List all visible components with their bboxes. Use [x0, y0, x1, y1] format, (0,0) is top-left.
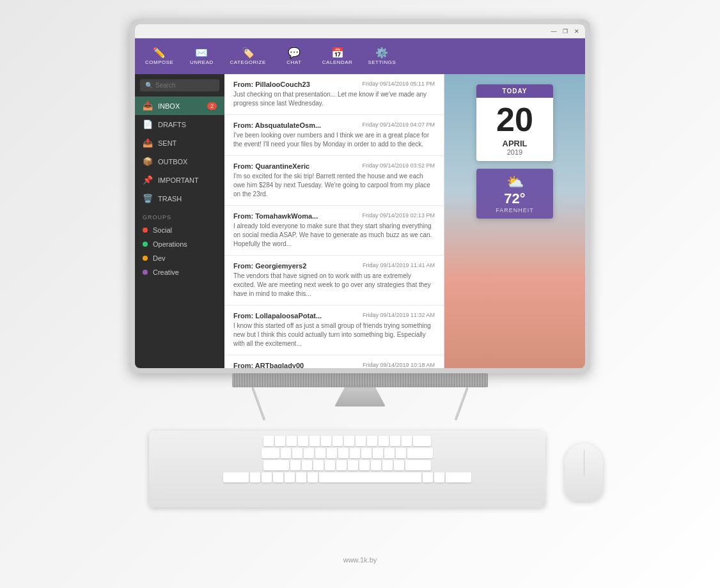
email-item-4[interactable]: From: Georgiemyers2 Friday 09/14/2019 11…	[224, 256, 444, 306]
sidebar-item-trash[interactable]: 🗑️ TRASH	[135, 189, 224, 208]
keyboard-row-3	[154, 460, 540, 470]
sent-icon: 📤	[143, 138, 153, 148]
kb-key	[336, 460, 347, 470]
keyboard-row-2	[154, 448, 540, 458]
kb-key	[327, 448, 337, 458]
important-label: IMPORTANT	[158, 176, 199, 184]
monitor-screen: — ❐ ✕ ✏️ COMPOSE ✉️ UNREAD 🏷️	[135, 24, 585, 368]
kb-key	[361, 448, 372, 458]
kb-key	[382, 460, 393, 470]
mouse	[565, 444, 603, 501]
sidebar: 🔍 📥 INBOX 2 📄 DRAFTS	[135, 74, 224, 368]
email-item-3[interactable]: From: TomahawkWoma... Friday 09/14/2019 …	[224, 206, 444, 256]
email-from-1: From: AbsquatulateOsm...	[233, 121, 321, 129]
weather-temperature: 72°	[504, 190, 525, 207]
toolbar-categorize[interactable]: 🏷️ CATEGORIZE	[230, 48, 265, 65]
email-header-3: From: TomahawkWoma... Friday 09/14/2019 …	[233, 212, 435, 220]
inbox-icon: 📥	[143, 101, 153, 111]
email-date-3: Friday 09/14/2019 02:13 PM	[362, 212, 435, 220]
calendar-year: 2019	[476, 148, 553, 161]
settings-icon: ⚙️	[375, 48, 388, 58]
speaker-bar	[232, 373, 488, 387]
kb-key	[394, 460, 404, 470]
minimize-button[interactable]: —	[549, 27, 558, 36]
outbox-label: OUTBOX	[158, 158, 187, 166]
kb-key	[344, 436, 354, 446]
email-header-4: From: Georgiemyers2 Friday 09/14/2019 11…	[233, 262, 435, 270]
group-item-social[interactable]: Social	[135, 223, 224, 237]
speaker-grille	[232, 373, 488, 387]
email-header-6: From: ARTbaglady00 Friday 09/14/2019 10:…	[233, 362, 435, 368]
kb-key	[273, 472, 283, 483]
toolbar-compose[interactable]: ✏️ COMPOSE	[145, 48, 173, 65]
kb-key	[371, 460, 381, 470]
categorize-icon: 🏷️	[242, 48, 254, 58]
email-date-0: Friday 09/14/2019 05:11 PM	[362, 81, 435, 88]
group-item-operations[interactable]: Operations	[135, 237, 224, 251]
categorize-label: CATEGORIZE	[230, 59, 265, 65]
kb-key	[298, 436, 308, 446]
sidebar-item-drafts[interactable]: 📄 DRAFTS	[135, 115, 224, 134]
kb-key	[290, 460, 301, 470]
weather-icon: ⛅	[506, 174, 524, 190]
kb-key	[373, 448, 383, 458]
kb-key	[338, 448, 348, 458]
email-preview-3: I already told everyone to make sure tha…	[233, 222, 435, 249]
groups-section-label: GROUPS	[135, 208, 224, 223]
kb-key	[325, 460, 335, 470]
keyboard	[149, 431, 545, 507]
email-item-1[interactable]: From: AbsquatulateOsm... Friday 09/14/20…	[224, 115, 444, 156]
email-from-5: From: LollapaloosaPotat...	[233, 312, 322, 320]
stand-left-leg	[251, 387, 266, 421]
kb-key	[302, 460, 312, 470]
kb-key	[413, 436, 431, 446]
email-list: From: PillalooCouch23 Friday 09/14/2019 …	[224, 74, 444, 368]
toolbar-settings[interactable]: ⚙️ SETTINGS	[368, 48, 396, 65]
kb-key	[402, 436, 412, 446]
email-item-5[interactable]: From: LollapaloosaPotat... Friday 09/14/…	[224, 306, 444, 355]
monitor-stand	[130, 373, 590, 424]
group-item-creative[interactable]: Creative	[135, 265, 224, 279]
email-item-0[interactable]: From: PillalooCouch23 Friday 09/14/2019 …	[224, 74, 444, 115]
kb-key	[321, 436, 331, 446]
search-icon: 🔍	[145, 82, 153, 89]
kb-key	[434, 472, 444, 483]
title-bar: — ❐ ✕	[135, 24, 585, 38]
toolbar-calendar[interactable]: 📅 CALENDAR	[322, 48, 353, 65]
email-from-2: From: QuarantineXeric	[233, 162, 309, 170]
sidebar-item-outbox[interactable]: 📦 OUTBOX	[135, 152, 224, 171]
kb-spacebar	[319, 472, 421, 483]
toolbar-chat[interactable]: 💬 CHAT	[281, 48, 307, 65]
sidebar-item-sent[interactable]: 📤 SENT	[135, 134, 224, 152]
stand-right-leg	[454, 387, 469, 421]
monitor: — ❐ ✕ ✏️ COMPOSE ✉️ UNREAD 🏷️	[130, 19, 590, 373]
email-preview-0: Just checking on that presentation... Le…	[233, 90, 435, 108]
email-item-2[interactable]: From: QuarantineXeric Friday 09/14/2019 …	[224, 156, 444, 206]
dev-dot	[143, 256, 148, 261]
dev-label: Dev	[153, 254, 166, 262]
kb-key	[285, 472, 295, 483]
sidebar-item-inbox[interactable]: 📥 INBOX 2	[135, 97, 224, 115]
kb-key	[379, 436, 389, 446]
kb-key	[333, 436, 343, 446]
group-item-dev[interactable]: Dev	[135, 251, 224, 265]
email-header-5: From: LollapaloosaPotat... Friday 09/14/…	[233, 312, 435, 320]
unread-label: UNREAD	[190, 59, 214, 65]
sidebar-item-important[interactable]: 📌 IMPORTANT	[135, 171, 224, 189]
inbox-label: INBOX	[158, 102, 180, 110]
app-window: — ❐ ✕ ✏️ COMPOSE ✉️ UNREAD 🏷️	[135, 24, 585, 368]
search-input[interactable]	[155, 82, 213, 89]
email-date-1: Friday 09/14/2019 04:07 PM	[362, 121, 435, 129]
email-preview-5: I know this started off as just a small …	[233, 321, 435, 348]
search-box[interactable]: 🔍	[140, 79, 219, 91]
toolbar-unread[interactable]: ✉️ UNREAD	[189, 48, 214, 65]
kb-key	[348, 460, 358, 470]
email-item-6[interactable]: From: ARTbaglady00 Friday 09/14/2019 10:…	[224, 355, 444, 368]
kb-key	[296, 472, 306, 483]
kb-key	[286, 436, 297, 446]
stand-base	[232, 387, 488, 426]
maximize-button[interactable]: ❐	[561, 27, 570, 36]
close-button[interactable]: ✕	[572, 27, 581, 36]
kb-key	[356, 436, 366, 446]
unread-icon: ✉️	[195, 48, 208, 58]
